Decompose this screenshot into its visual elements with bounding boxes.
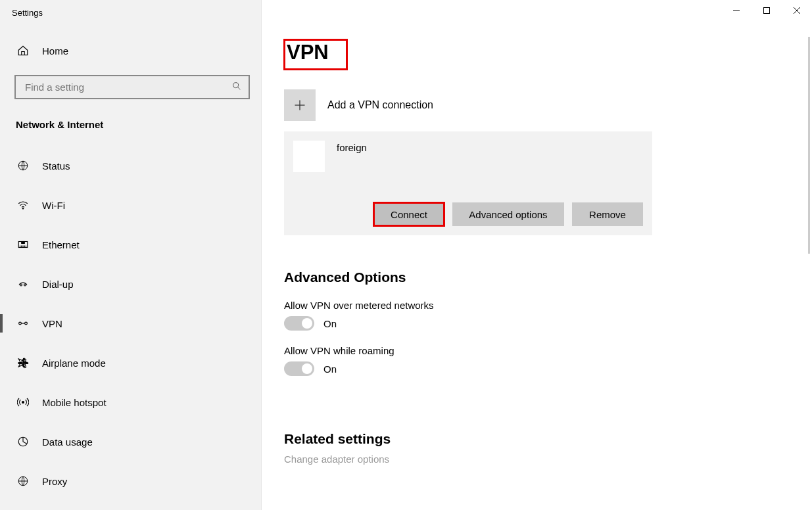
remove-button[interactable]: Remove [572, 202, 643, 226]
app-title: Settings [0, 0, 261, 26]
toggle-roaming[interactable] [284, 361, 314, 376]
page-title: VPN [284, 39, 347, 70]
sidebar-item-label: Wi-Fi [42, 200, 65, 211]
vpn-icon [16, 317, 30, 329]
main-content: VPN Add a VPN connection foreign Connect… [262, 0, 812, 510]
sidebar: Settings Home Network & Internet Status … [0, 0, 262, 510]
search-wrap [14, 75, 249, 99]
sidebar-item-label: Proxy [42, 476, 67, 487]
related-settings-title: Related settings [284, 431, 812, 447]
scrollbar[interactable] [808, 37, 810, 254]
sidebar-item-proxy[interactable]: Proxy [0, 461, 261, 501]
vpn-connection-name: foreign [337, 141, 367, 153]
wifi-icon [16, 199, 30, 211]
sidebar-item-vpn[interactable]: VPN [0, 304, 261, 343]
sidebar-item-label: Airplane mode [42, 358, 106, 369]
home-label: Home [42, 45, 68, 57]
dialup-icon [16, 278, 30, 290]
home-icon [16, 45, 30, 57]
search-box[interactable] [14, 75, 250, 99]
option-metered: Allow VPN over metered networks On [284, 300, 812, 331]
status-icon [16, 160, 30, 172]
sidebar-item-label: Ethernet [42, 239, 80, 250]
connect-button[interactable]: Connect [373, 202, 444, 226]
svg-point-20 [22, 402, 24, 404]
data-usage-icon [16, 436, 30, 448]
nav-list: Status Wi-Fi Ethernet Dial-up VPN [0, 139, 261, 501]
sidebar-section-header: Network & Internet [0, 99, 261, 139]
ethernet-icon [16, 239, 30, 250]
option-roaming-label: Allow VPN while roaming [284, 345, 812, 356]
sidebar-item-label: VPN [42, 318, 62, 329]
sidebar-item-ethernet[interactable]: Ethernet [0, 225, 261, 264]
advanced-options-title: Advanced Options [284, 269, 812, 285]
sidebar-item-label: Data usage [42, 436, 93, 448]
sidebar-item-label: Mobile hotspot [42, 397, 107, 408]
hotspot-icon [16, 396, 30, 408]
option-metered-label: Allow VPN over metered networks [284, 300, 812, 311]
toggle-metered-state: On [323, 318, 337, 329]
svg-point-16 [24, 284, 26, 286]
add-vpn-label: Add a VPN connection [327, 99, 433, 111]
svg-point-7 [22, 208, 24, 210]
toggle-metered[interactable] [284, 316, 314, 331]
sidebar-item-wifi[interactable]: Wi-Fi [0, 185, 261, 225]
svg-line-5 [238, 87, 240, 89]
search-input[interactable] [24, 81, 231, 93]
option-roaming: Allow VPN while roaming On [284, 345, 812, 376]
link-change-adapter[interactable]: Change adapter options [284, 453, 812, 465]
airplane-icon [16, 357, 30, 369]
sidebar-item-hotspot[interactable]: Mobile hotspot [0, 382, 261, 422]
add-vpn-row[interactable]: Add a VPN connection [284, 89, 812, 121]
sidebar-item-dialup[interactable]: Dial-up [0, 264, 261, 304]
sidebar-home[interactable]: Home [0, 26, 261, 66]
svg-point-18 [25, 322, 28, 325]
sidebar-item-label: Status [42, 160, 70, 172]
sidebar-item-status[interactable]: Status [0, 146, 261, 185]
svg-point-4 [233, 83, 239, 88]
svg-rect-9 [22, 242, 25, 244]
search-icon [231, 81, 242, 93]
proxy-icon [16, 475, 30, 487]
toggle-roaming-state: On [323, 363, 337, 375]
svg-point-15 [20, 284, 22, 286]
plus-icon [284, 89, 316, 121]
sidebar-item-airplane[interactable]: Airplane mode [0, 343, 261, 382]
vpn-connection-icon [293, 141, 325, 172]
svg-point-17 [19, 322, 22, 325]
sidebar-item-label: Dial-up [42, 279, 74, 290]
sidebar-item-datausage[interactable]: Data usage [0, 422, 261, 461]
advanced-options-button[interactable]: Advanced options [452, 202, 564, 226]
vpn-connection-card[interactable]: foreign Connect Advanced options Remove [284, 131, 652, 235]
